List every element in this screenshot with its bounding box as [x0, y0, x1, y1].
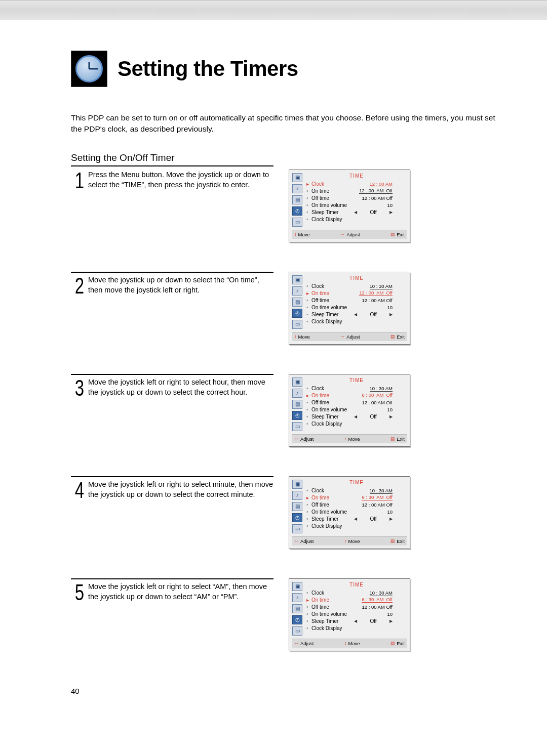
osd-row-clock[interactable]: •Clock10 : 30 AM [306, 283, 407, 290]
osd-row-clock[interactable]: •Clock10 : 30 AM [306, 590, 407, 597]
osd-row-off_time[interactable]: •Off time12 : 00 AM Off [306, 399, 407, 406]
osd-row-on_time_volume[interactable]: •On time volume10 [306, 509, 407, 516]
picture-icon[interactable]: ▣ [292, 582, 302, 591]
osd-value-off-time: 12 : 00 AM Off [354, 400, 393, 405]
adjust-hint-label: Adjust [346, 334, 360, 340]
triangle-left-icon[interactable]: ◀ [354, 312, 357, 317]
osd-row-off_time[interactable]: •Off time12 : 00 AM Off [306, 195, 407, 202]
osd-value-off-time: 12 : 00 AM Off [354, 298, 393, 303]
triangle-left-icon[interactable]: ◀ [354, 619, 357, 623]
osd-sleep-slider[interactable]: ◀Off▶ [354, 312, 393, 317]
exit-hint: ▤Exit [390, 641, 405, 646]
osd-row-off_time[interactable]: •Off time12 : 00 AM Off [306, 297, 407, 304]
osd-row-off_time[interactable]: •Off time12 : 00 AM Off [306, 501, 407, 509]
osd-row-on_time[interactable]: ▸On time6 : 00 AM Off [306, 392, 407, 399]
triangle-left-icon[interactable]: ◀ [354, 517, 357, 521]
osd-value-on-time: 12 : 00 AM Off [354, 290, 393, 296]
osd-row-clock[interactable]: •Clock10 : 30 AM [306, 385, 407, 392]
osd-sleep-slider[interactable]: ◀Off▶ [354, 516, 393, 522]
triangle-left-icon[interactable]: ◀ [354, 414, 357, 419]
osd-row-on_time[interactable]: •On time12 : 00 AM Off [306, 188, 407, 195]
screen-icon[interactable]: ▭ [292, 524, 302, 533]
move-icon: ↕ [344, 641, 347, 646]
osd-label: Clock [311, 181, 352, 187]
channel-icon[interactable]: ▤ [292, 400, 302, 409]
sound-icon[interactable]: ♪ [292, 593, 302, 602]
osd-icon-column: ▣♪▤◴▭ [292, 275, 302, 329]
picture-icon[interactable]: ▣ [292, 480, 302, 489]
osd-row-clock_display[interactable]: •Clock Display [306, 625, 407, 632]
time-icon[interactable]: ◴ [292, 513, 302, 522]
osd-row-clock_display[interactable]: •Clock Display [306, 216, 407, 223]
osd-label: Clock Display [311, 319, 352, 324]
sound-icon[interactable]: ♪ [292, 491, 302, 500]
triangle-right-icon[interactable]: ▶ [389, 517, 393, 521]
page-content: Setting the Timers This PDP can be set t… [0, 51, 547, 716]
osd-sleep-slider[interactable]: ◀Off▶ [354, 618, 393, 624]
osd-row-clock[interactable]: ▸Clock12 : 00 AM [306, 181, 407, 188]
channel-icon[interactable]: ▤ [292, 195, 302, 204]
screen-icon[interactable]: ▭ [292, 422, 302, 431]
triangle-right-icon[interactable]: ▶ [389, 619, 393, 623]
osd-row-clock_display[interactable]: •Clock Display [306, 318, 407, 325]
osd-row-sleep_timer[interactable]: •Sleep Timer◀Off▶ [306, 618, 407, 625]
triangle-right-icon[interactable]: ▶ [389, 312, 393, 317]
bullet-icon: • [306, 407, 309, 412]
screen-icon[interactable]: ▭ [292, 626, 302, 636]
time-icon[interactable]: ◴ [292, 206, 302, 216]
osd-sleep-slider[interactable]: ◀Off▶ [354, 414, 393, 419]
triangle-right-icon[interactable]: ▶ [389, 414, 393, 419]
adjust-hint-label: Adjust [300, 641, 314, 646]
bullet-icon: ▸ [306, 181, 309, 187]
osd-row-on_time_volume[interactable]: •On time volume10 [306, 202, 407, 209]
picture-icon[interactable]: ▣ [292, 275, 302, 284]
osd-row-sleep_timer[interactable]: •Sleep Timer◀Off▶ [306, 516, 407, 523]
picture-icon[interactable]: ▣ [292, 377, 302, 387]
sound-icon[interactable]: ♪ [292, 389, 302, 398]
osd-row-on_time_volume[interactable]: •On time volume10 [306, 611, 407, 618]
osd-title: TIME [306, 480, 407, 485]
osd-row-on_time[interactable]: ▸On time12 : 00 AM Off [306, 290, 407, 297]
picture-icon[interactable]: ▣ [292, 173, 302, 182]
osd-row-on_time_volume[interactable]: •On time volume10 [306, 304, 407, 311]
triangle-right-icon[interactable]: ▶ [389, 210, 393, 215]
channel-icon[interactable]: ▤ [292, 604, 302, 613]
move-icon: ↕ [344, 538, 347, 543]
sound-icon[interactable]: ♪ [292, 286, 302, 296]
bullet-icon: • [306, 611, 309, 617]
osd-label: Sleep Timer [311, 516, 352, 522]
osd-row-clock[interactable]: •Clock10 : 30 AM [306, 487, 407, 494]
osd-on-time-part: AM [376, 494, 383, 500]
move-hint: ↕Move [344, 641, 360, 646]
osd-row-off_time[interactable]: •Off time12 : 00 AM Off [306, 604, 407, 611]
bullet-icon: • [306, 386, 309, 391]
osd-on-time-part: Off [386, 290, 393, 296]
sound-icon[interactable]: ♪ [292, 184, 302, 193]
time-icon[interactable]: ◴ [292, 309, 302, 318]
osd-wrap: ▣♪▤◴▭TIME•Clock10 : 30 AM▸On time6 : 30 … [289, 476, 410, 574]
move-hint: ↕Move [344, 538, 360, 544]
bullet-icon: • [306, 421, 309, 427]
screen-icon[interactable]: ▭ [292, 320, 302, 329]
osd-row-on_time_volume[interactable]: •On time volume10 [306, 406, 407, 413]
osd-row-sleep_timer[interactable]: •Sleep Timer◀Off▶ [306, 311, 407, 318]
screen-icon[interactable]: ▭ [292, 218, 302, 227]
header-band [0, 0, 547, 20]
step: 3Move the joystick left or right to sele… [71, 374, 506, 472]
osd-label: Off time [311, 502, 352, 508]
time-icon[interactable]: ◴ [292, 615, 302, 624]
osd-sleep-slider[interactable]: ◀Off▶ [354, 209, 393, 215]
triangle-left-icon[interactable]: ◀ [354, 210, 357, 215]
osd-row-sleep_timer[interactable]: •Sleep Timer◀Off▶ [306, 209, 407, 216]
time-icon[interactable]: ◴ [292, 411, 302, 420]
step-text: Move the joystick left or right to selec… [88, 479, 274, 500]
osd-row-on_time[interactable]: ▸On time6 : 30 AM Off [306, 597, 407, 604]
osd-row-clock_display[interactable]: •Clock Display [306, 421, 407, 428]
channel-icon[interactable]: ▤ [292, 502, 302, 511]
osd-row-on_time[interactable]: ▸On time6 : 30 AM Off [306, 494, 407, 501]
channel-icon[interactable]: ▤ [292, 298, 302, 307]
page-number: 40 [71, 687, 506, 695]
osd-row-clock_display[interactable]: •Clock Display [306, 523, 407, 530]
exit-hint: ▤Exit [390, 436, 405, 442]
osd-row-sleep_timer[interactable]: •Sleep Timer◀Off▶ [306, 413, 407, 421]
